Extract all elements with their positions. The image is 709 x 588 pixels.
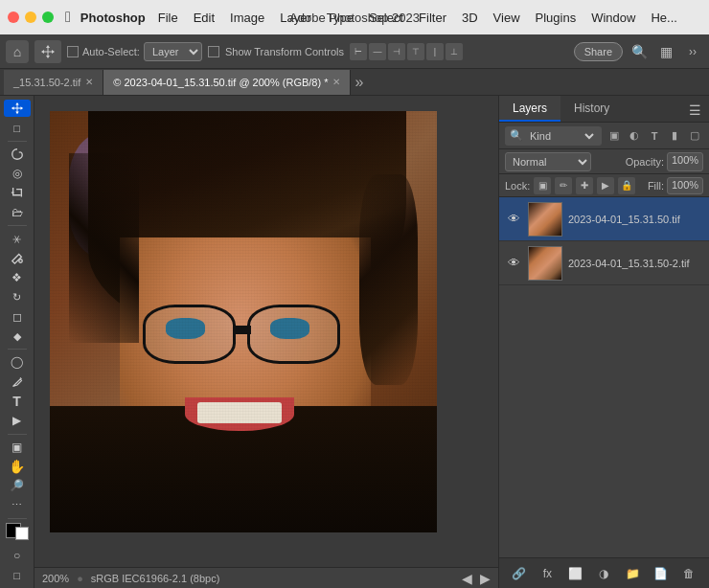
filter-icons: ▣ ◐ T ▮ ▢ [606, 127, 703, 145]
hand-tool[interactable]: ✋ [4, 458, 31, 475]
color-swatches[interactable] [6, 523, 29, 540]
add-mask-button[interactable]: ⬜ [565, 563, 586, 584]
layer-fx-button[interactable]: fx [537, 563, 558, 584]
layer-select[interactable]: Layer Group [144, 42, 202, 61]
clone-stamp-tool[interactable]: ❖ [4, 269, 31, 286]
align-center-v-icon[interactable]: | [426, 43, 444, 60]
maximize-button[interactable] [42, 11, 54, 23]
shape-tool[interactable]: ▣ [4, 438, 31, 455]
lock-bar: Lock: ▣ ✏ ✚ ▶ 🔒 Fill: 100% [499, 174, 709, 197]
menu-select[interactable]: Select [362, 7, 410, 29]
lock-position-button[interactable]: ✚ [576, 177, 593, 194]
layer-name: 2023-04-01_15.31.50-2.tif [568, 258, 703, 269]
filter-text-icon[interactable]: T [646, 127, 663, 145]
tab-more-icon[interactable]: » [354, 74, 363, 91]
new-layer-button[interactable]: 📄 [651, 563, 672, 584]
tab-file2-close[interactable]: ✕ [332, 77, 340, 87]
delete-layer-button[interactable]: 🗑 [678, 563, 699, 584]
layer-visibility-button[interactable]: 👁 [505, 255, 522, 272]
menu-window[interactable]: Window [584, 7, 642, 29]
opacity-value[interactable]: 100% [667, 152, 703, 171]
menu-3d[interactable]: 3D [455, 7, 485, 29]
lock-artboard-button[interactable]: ▶ [597, 177, 614, 194]
path-select-tool[interactable]: ▶ [4, 412, 31, 429]
healing-tool[interactable]: ⚹ [4, 230, 31, 247]
more-options-button[interactable]: ›› [682, 41, 703, 62]
tab-file1[interactable]: _15.31.50-2.tif ✕ [4, 70, 103, 95]
transform-label: Show Transform Controls [225, 46, 344, 57]
menu-file[interactable]: File [151, 7, 185, 29]
fill-value[interactable]: 100% [667, 177, 703, 194]
close-button[interactable] [8, 11, 19, 23]
menu-layer[interactable]: Layer [273, 7, 318, 29]
toolbar-separator-4 [8, 434, 27, 435]
mask-btn[interactable]: ○ [4, 547, 31, 564]
crop-tool[interactable] [4, 184, 31, 201]
kind-search[interactable]: 🔍 Kind Name Effect Mode Attribute Color [505, 126, 602, 146]
lock-all-button[interactable]: 🔒 [618, 177, 635, 194]
blend-mode-bar: Normal Dissolve Multiply Screen Overlay … [499, 149, 709, 174]
menu-help[interactable]: He... [644, 7, 683, 29]
marquee-tool[interactable]: □ [4, 119, 31, 136]
blend-mode-select[interactable]: Normal Dissolve Multiply Screen Overlay [505, 152, 591, 171]
filter-smartobj-icon[interactable]: ▢ [686, 127, 703, 145]
layer-name: 2023-04-01_15.31.50.tif [568, 214, 703, 225]
tab-layers[interactable]: Layers [499, 96, 560, 122]
search-button[interactable]: 🔍 [629, 41, 650, 62]
pen-tool[interactable] [4, 373, 31, 390]
kind-filter-select[interactable]: Kind Name Effect Mode Attribute Color [526, 129, 597, 143]
group-layers-button[interactable]: 📁 [622, 563, 643, 584]
eyedropper-tool[interactable]: 🗁 [4, 204, 31, 221]
align-top-icon[interactable]: ⊤ [407, 43, 424, 60]
move-tool-button[interactable] [34, 40, 61, 63]
lock-image-button[interactable]: ✏ [555, 177, 572, 194]
eraser-tool[interactable]: ◻ [4, 307, 31, 325]
align-bottom-icon[interactable]: ⊥ [446, 43, 463, 60]
adjustment-layer-button[interactable]: ◑ [593, 563, 614, 584]
tab-file2[interactable]: © 2023-04-01_15.31.50.tif @ 200% (RGB/8)… [103, 70, 351, 95]
extras-tool[interactable]: ⋯ [4, 496, 31, 513]
menu-filter[interactable]: Filter [412, 7, 453, 29]
align-right-icon[interactable]: ⊣ [388, 43, 405, 60]
status-next-icon[interactable]: ▶ [480, 571, 491, 586]
lock-pixels-button[interactable]: ▣ [534, 177, 551, 194]
quick-select-tool[interactable]: ◎ [4, 165, 31, 182]
workspace-button[interactable]: ▦ [655, 41, 676, 62]
align-center-h-icon[interactable]: — [369, 43, 386, 60]
background-color[interactable] [15, 527, 29, 540]
zoom-tool[interactable]: 🔎 [4, 477, 31, 494]
menu-image[interactable]: Image [223, 7, 271, 29]
gradient-tool[interactable]: ◆ [4, 328, 31, 345]
transform-checkbox[interactable] [208, 46, 219, 57]
move-tool[interactable] [4, 100, 31, 117]
panel-menu-icon[interactable]: ☰ [681, 99, 709, 122]
brush-tool[interactable] [4, 249, 31, 266]
dodge-tool[interactable]: ◯ [4, 353, 31, 371]
align-left-icon[interactable]: ⊢ [350, 43, 367, 60]
history-brush-tool[interactable]: ↻ [4, 288, 31, 305]
text-tool[interactable]: T [4, 393, 31, 410]
share-button[interactable]: Share [574, 42, 623, 61]
layer-visibility-button[interactable]: 👁 [505, 211, 522, 228]
layer-item[interactable]: 👁 2023-04-01_15.31.50-2.tif [499, 241, 709, 285]
filter-adjust-icon[interactable]: ◐ [626, 127, 643, 145]
filter-pixel-icon[interactable]: ▣ [606, 127, 623, 145]
menu-type[interactable]: Type [320, 7, 360, 29]
status-prev-icon[interactable]: ◀ [462, 571, 472, 586]
tab-history[interactable]: History [560, 96, 623, 122]
lasso-tool[interactable] [4, 146, 31, 163]
toolbar-separator-5 [8, 518, 27, 519]
auto-select-checkbox[interactable] [67, 46, 79, 57]
toolbar-separator-1 [8, 141, 27, 142]
layer-item[interactable]: 👁 2023-04-01_15.31.50.tif [499, 197, 709, 241]
home-button[interactable]: ⌂ [6, 40, 29, 63]
canvas-image [50, 111, 437, 532]
menu-edit[interactable]: Edit [187, 7, 221, 29]
filter-shape-icon[interactable]: ▮ [666, 127, 683, 145]
link-layers-button[interactable]: 🔗 [509, 563, 530, 584]
screen-mode-btn[interactable]: □ [4, 566, 31, 583]
menu-plugins[interactable]: Plugins [529, 7, 583, 29]
menu-view[interactable]: View [487, 7, 527, 29]
tab-file1-close[interactable]: ✕ [85, 77, 93, 87]
minimize-button[interactable] [25, 11, 36, 23]
